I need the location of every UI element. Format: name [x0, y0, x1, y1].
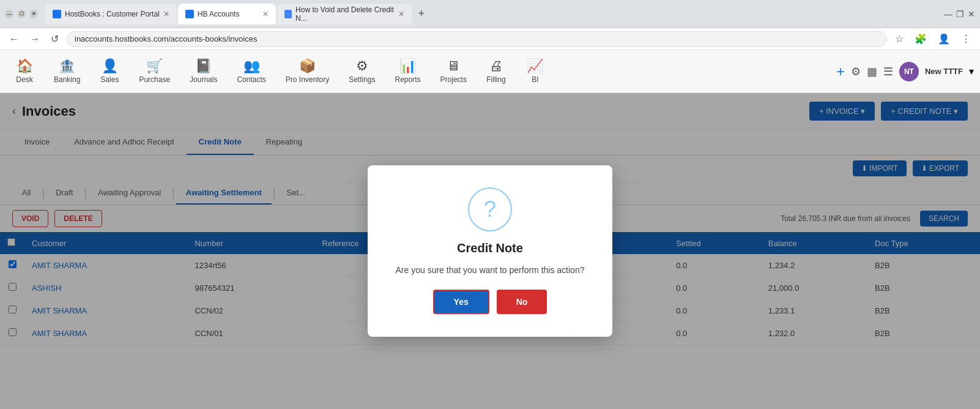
address-bar-row: ← → ↺ ☆ 🧩 👤 ⋮: [0, 28, 980, 50]
tab-2-close-icon[interactable]: ✕: [262, 10, 269, 18]
contacts-icon: 👥: [243, 59, 260, 73]
nav-label-desk: Desk: [16, 75, 32, 84]
nav-label-sales: Sales: [100, 75, 119, 84]
no-button[interactable]: No: [497, 290, 548, 314]
nav-item-sales[interactable]: 👤 Sales: [91, 56, 128, 88]
window-controls[interactable]: — ☐ ✕: [5, 10, 38, 18]
profile-icon[interactable]: 👤: [935, 32, 953, 46]
main-area: ‹ Invoices + INVOICE ▾ + CREDIT NOTE ▾ I…: [0, 93, 980, 409]
nav-label-settings: Settings: [349, 75, 375, 84]
banking-icon: 🏦: [59, 59, 75, 73]
browser-minimize-icon[interactable]: —: [944, 9, 952, 19]
back-nav-button[interactable]: ←: [6, 32, 22, 46]
modal-title: Credit Note: [457, 241, 523, 255]
reload-nav-button[interactable]: ↺: [48, 32, 62, 46]
add-button[interactable]: +: [836, 63, 845, 80]
nav-label-bi: BI: [532, 75, 538, 84]
browser-tab-3[interactable]: How to Void and Delete Credit N... ✕: [277, 4, 412, 24]
nav-item-desk[interactable]: 🏠 Desk: [6, 56, 43, 88]
nav-item-journals[interactable]: 📓 Journals: [181, 56, 226, 88]
nav-item-projects[interactable]: 🖥 Projects: [432, 56, 475, 88]
nav-label-pro-inventory: Pro Inventory: [286, 75, 329, 84]
menu-icon[interactable]: ⋮: [958, 32, 974, 46]
nav-item-banking[interactable]: 🏦 Banking: [45, 56, 89, 88]
avatar: NT: [899, 62, 919, 81]
nav-item-purchase[interactable]: 🛒 Purchase: [130, 56, 179, 88]
nav-item-contacts[interactable]: 👥 Contacts: [228, 56, 274, 88]
tab-favicon-2: [185, 10, 194, 18]
nav-item-pro-inventory[interactable]: 📦 Pro Inventory: [277, 56, 338, 88]
browser-chrome: — ☐ ✕ HostBooks : Customer Portal ✕ HB A…: [0, 0, 980, 28]
minimize-btn[interactable]: —: [5, 10, 13, 18]
browser-window-actions: — ❐ ✕: [944, 9, 975, 19]
modal-question-icon: ?: [468, 187, 512, 231]
tab-1-close-icon[interactable]: ✕: [163, 10, 169, 18]
browser-tab-2-label: HB Accounts: [198, 10, 240, 18]
projects-icon: 🖥: [447, 59, 460, 73]
browser-restore-icon[interactable]: ❐: [956, 9, 964, 19]
browser-tab-1[interactable]: HostBooks : Customer Portal ✕: [45, 4, 177, 24]
yes-button[interactable]: Yes: [433, 290, 489, 314]
grid-view-icon[interactable]: ▦: [867, 65, 877, 78]
nav-item-filling[interactable]: 🖨 Filling: [478, 56, 514, 88]
extensions-icon[interactable]: 🧩: [911, 32, 930, 46]
address-bar-input[interactable]: [67, 31, 887, 47]
desk-icon: 🏠: [17, 59, 33, 73]
tab-favicon-3: [284, 10, 292, 18]
user-name-label: New TTTF: [925, 67, 963, 76]
reports-icon: 📊: [399, 59, 416, 73]
settings-right-icon[interactable]: ⚙: [851, 65, 861, 78]
maximize-btn[interactable]: ☐: [17, 10, 26, 18]
nav-item-reports[interactable]: 📊 Reports: [387, 56, 429, 88]
nav-item-settings[interactable]: ⚙ Settings: [340, 56, 384, 88]
app-nav: 🏠 Desk 🏦 Banking 👤 Sales 🛒 Purchase 📓 Jo…: [0, 50, 980, 93]
pro-inventory-icon: 📦: [299, 59, 316, 73]
nav-label-purchase: Purchase: [139, 75, 170, 84]
bi-icon: 📈: [527, 59, 543, 73]
nav-item-bi[interactable]: 📈 BI: [517, 56, 554, 88]
new-tab-button[interactable]: +: [413, 6, 430, 23]
settings-icon: ⚙: [356, 59, 368, 73]
nav-label-projects: Projects: [440, 75, 467, 84]
nav-right-section: + ⚙ ▦ ☰ NT New TTTF ▾: [836, 62, 974, 81]
list-view-icon[interactable]: ☰: [883, 65, 893, 78]
purchase-icon: 🛒: [146, 59, 163, 73]
forward-nav-button[interactable]: →: [27, 32, 43, 46]
sales-icon: 👤: [102, 59, 118, 73]
nav-label-banking: Banking: [54, 75, 80, 84]
nav-label-reports: Reports: [395, 75, 421, 84]
browser-close-icon[interactable]: ✕: [968, 9, 975, 19]
tab-3-close-icon[interactable]: ✕: [398, 10, 404, 18]
confirmation-modal: ? Credit Note Are you sure that you want…: [368, 165, 612, 337]
nav-label-journals: Journals: [190, 75, 217, 84]
nav-label-filling: Filling: [486, 75, 505, 84]
nav-label-contacts: Contacts: [237, 75, 265, 84]
modal-overlay: ? Credit Note Are you sure that you want…: [0, 93, 980, 409]
browser-tab-1-label: HostBooks : Customer Portal: [65, 10, 160, 18]
browser-tab-2[interactable]: HB Accounts ✕: [178, 4, 276, 24]
question-mark: ?: [484, 197, 496, 222]
bookmark-icon[interactable]: ☆: [892, 32, 907, 46]
tabs-bar: HostBooks : Customer Portal ✕ HB Account…: [45, 0, 941, 28]
modal-message: Are you sure that you want to perform th…: [396, 265, 585, 275]
close-btn[interactable]: ✕: [29, 10, 38, 18]
filling-icon: 🖨: [489, 59, 503, 73]
tab-favicon-1: [53, 10, 61, 18]
journals-icon: 📓: [195, 59, 212, 73]
browser-tab-3-label: How to Void and Delete Credit N...: [295, 6, 395, 23]
user-dropdown-icon[interactable]: ▾: [969, 66, 974, 77]
modal-actions: Yes No: [433, 290, 548, 314]
